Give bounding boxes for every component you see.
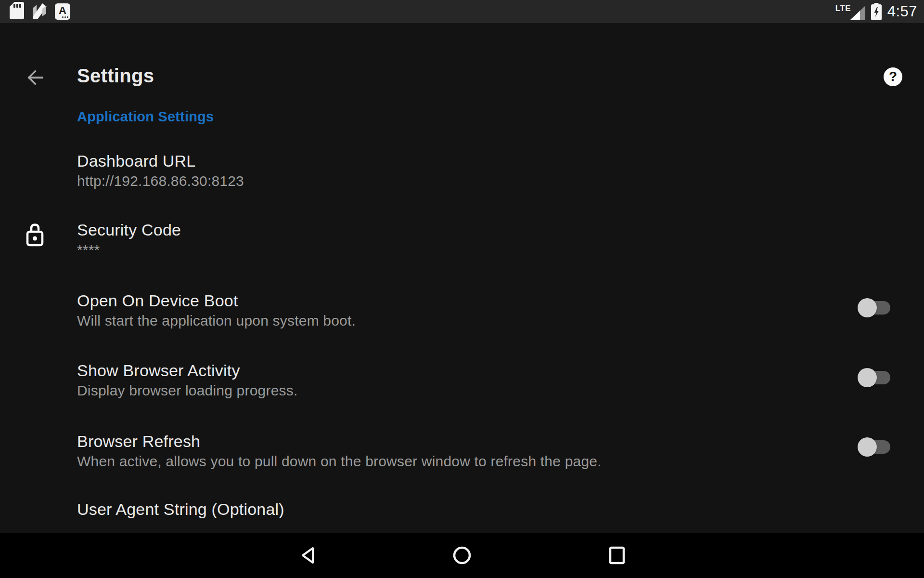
toggle-thumb	[858, 298, 877, 317]
status-bar-clock: 4:57	[887, 3, 917, 20]
a-app-glyph: A	[59, 5, 66, 16]
back-arrow-icon[interactable]	[25, 67, 45, 88]
status-bar-system-icons: LTE 4:57	[835, 0, 917, 23]
signal-triangle-icon: LTE	[835, 2, 865, 21]
setting-row-show-browser-activity[interactable]: Show Browser Activity Display browser lo…	[77, 360, 297, 400]
app-bar: Settings ?	[0, 23, 924, 91]
open-on-device-boot-toggle[interactable]	[858, 298, 890, 317]
nav-recents-button[interactable]	[588, 533, 646, 578]
status-bar: A LTE 4:57	[0, 0, 924, 23]
battery-charging-icon	[871, 3, 882, 20]
status-bar-notification-icons: A	[10, 0, 70, 23]
setting-description: Will start the application upon system b…	[77, 311, 356, 330]
setting-row-user-agent-string[interactable]: User Agent String (Optional)	[77, 499, 284, 519]
setting-title: Show Browser Activity	[77, 360, 297, 381]
help-glyph: ?	[889, 69, 897, 84]
setting-row-open-on-device-boot[interactable]: Open On Device Boot Will start the appli…	[77, 290, 356, 330]
setting-row-security-code[interactable]: Security Code ****	[77, 220, 181, 260]
android-navigation-bar	[0, 533, 924, 578]
section-header-application-settings: Application Settings	[77, 109, 214, 125]
sdcard-icon	[10, 2, 24, 21]
setting-description: When active, allows you to pull down on …	[77, 452, 602, 471]
setting-row-dashboard-url[interactable]: Dashboard URL http://192.168.86.30:8123	[77, 151, 244, 191]
setting-title: User Agent String (Optional)	[77, 499, 284, 519]
setting-value-masked: ****	[77, 240, 181, 260]
setting-title: Browser Refresh	[77, 431, 602, 451]
browser-refresh-toggle[interactable]	[858, 437, 890, 457]
toggle-thumb	[858, 368, 877, 387]
setting-description: Display browser loading progress.	[77, 381, 297, 400]
nav-home-button[interactable]	[433, 533, 491, 578]
toggle-thumb	[858, 437, 877, 457]
lock-open-icon	[25, 223, 44, 250]
a-app-icon: A	[55, 3, 70, 20]
setting-title: Dashboard URL	[77, 151, 244, 171]
network-type-label: LTE	[835, 4, 851, 13]
show-browser-activity-toggle[interactable]	[858, 368, 890, 387]
setting-title: Security Code	[77, 220, 181, 240]
android-nougat-icon	[31, 2, 48, 21]
page-title: Settings	[77, 65, 154, 87]
nav-back-button[interactable]	[279, 533, 337, 578]
setting-title: Open On Device Boot	[77, 290, 356, 311]
setting-value: http://192.168.86.30:8123	[77, 171, 244, 191]
help-icon[interactable]: ?	[884, 67, 902, 86]
setting-row-browser-refresh[interactable]: Browser Refresh When active, allows you …	[77, 431, 602, 471]
